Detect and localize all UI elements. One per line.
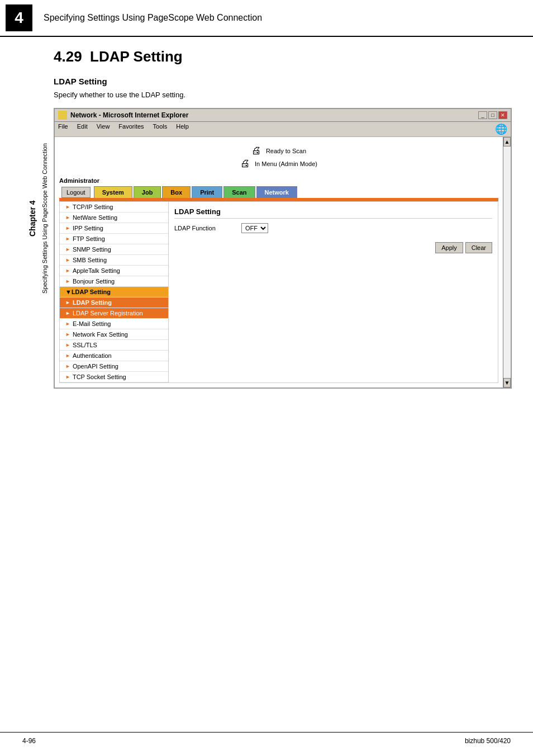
tab-network[interactable]: Network [256, 186, 297, 198]
arrow-icon: ► [65, 353, 70, 358]
arrow-icon: ► [65, 321, 70, 327]
arrow-icon: ► [65, 204, 70, 210]
arrow-icon: ► [65, 374, 70, 380]
sidebar-item-auth[interactable]: ► Authentication [60, 351, 168, 361]
printer-icon-2: 🖨 [240, 158, 250, 169]
arrow-icon: ► [65, 310, 70, 316]
ldap-function-control: OFF ON [241, 223, 268, 233]
arrow-icon: ► [65, 225, 70, 231]
browser-body: 🖨 Ready to Scan 🖨 In Menu (Admin Mode) A… [55, 137, 503, 388]
scrollbar[interactable]: ▲ ▼ [503, 137, 511, 388]
arrow-icon: ► [65, 257, 70, 263]
maximize-button[interactable]: □ [488, 111, 497, 119]
chapter-box: 4 [6, 4, 32, 31]
arrow-icon: ► [65, 215, 70, 220]
button-row: Apply Clear [174, 242, 492, 253]
arrow-icon: ► [65, 236, 70, 242]
menu-tools[interactable]: Tools [153, 123, 168, 135]
scroll-track [503, 147, 511, 378]
sidebar-item-tcpip[interactable]: ► TCP/IP Setting [60, 202, 168, 212]
printer-icon-1: 🖨 [251, 145, 261, 157]
browser-menubar: File Edit View Favorites Tools Help 🌐 [55, 122, 511, 137]
sidebar-item-tcpsocket[interactable]: ► TCP Socket Setting [60, 372, 168, 382]
arrow-icon: ► [65, 268, 70, 273]
sidebar-item-bonjour[interactable]: ► Bonjour Setting [60, 276, 168, 287]
tab-scan[interactable]: Scan [223, 186, 255, 198]
content-section-title: LDAP Setting [174, 207, 492, 219]
browser-title: Network - Microsoft Internet Explorer [70, 111, 188, 119]
ie-logo-icon: 🌐 [495, 124, 507, 135]
status-line1: Ready to Scan [266, 148, 306, 154]
arrow-icon: ► [65, 332, 70, 337]
logout-button[interactable]: Logout [61, 187, 91, 198]
subsection-title: LDAP Setting [54, 77, 522, 86]
ldap-function-select[interactable]: OFF ON [241, 223, 268, 233]
panel-layout: ► TCP/IP Setting ► NetWare Setting ► IPP… [59, 201, 498, 383]
arrow-icon: ► [65, 300, 70, 305]
sidebar-item-ldap-parent[interactable]: ▼LDAP Setting [60, 287, 168, 297]
menu-edit[interactable]: Edit [77, 123, 88, 135]
apply-button[interactable]: Apply [435, 242, 463, 253]
page-header: 4 Specifying Settings Using PageScope We… [0, 0, 533, 37]
arrow-icon: ► [65, 342, 70, 348]
status-line2: In Menu (Admin Mode) [255, 160, 317, 167]
footer-product-name: bizhub 500/420 [465, 737, 511, 745]
window-controls: _ □ ✕ [478, 111, 507, 119]
scroll-down-button[interactable]: ▼ [503, 378, 511, 388]
tab-job[interactable]: Job [134, 186, 161, 198]
arrow-icon: ► [65, 363, 70, 369]
sidebar-item-email[interactable]: ► E-Mail Setting [60, 319, 168, 329]
nav-tabs: Logout System Job Box Print Scan Network [59, 186, 498, 198]
section-title: 4.29 LDAP Setting [54, 48, 522, 65]
chapter-number: 4 [15, 9, 23, 27]
sidebar-item-fax[interactable]: ► Network Fax Setting [60, 329, 168, 340]
sidebar-item-ftp[interactable]: ► FTP Setting [60, 234, 168, 244]
browser-titlebar: Network - Microsoft Internet Explorer _ … [55, 109, 511, 122]
footer-page-number: 4-96 [22, 737, 36, 745]
chapter-side-label: Chapter 4 [28, 200, 37, 237]
description-text: Specify whether to use the LDAP setting. [54, 91, 522, 99]
menu-file[interactable]: File [58, 123, 68, 135]
admin-label: Administrator [59, 177, 498, 184]
arrow-icon: ► [65, 278, 70, 284]
minimize-button[interactable]: _ [478, 111, 487, 119]
sidebar-item-snmp[interactable]: ► SNMP Setting [60, 244, 168, 255]
sidebar-item-netware[interactable]: ► NetWare Setting [60, 212, 168, 223]
printer-status: 🖨 Ready to Scan 🖨 In Menu (Admin Mode) [59, 141, 498, 174]
sidebar: ► TCP/IP Setting ► NetWare Setting ► IPP… [60, 202, 169, 382]
menu-view[interactable]: View [97, 123, 110, 135]
sidebar-item-ipp[interactable]: ► IPP Setting [60, 223, 168, 234]
tab-system[interactable]: System [94, 186, 132, 198]
ldap-function-row: LDAP Function OFF ON [174, 223, 492, 233]
ldap-function-label: LDAP Function [174, 225, 241, 231]
menu-favorites[interactable]: Favorites [118, 123, 144, 135]
menu-help[interactable]: Help [176, 123, 189, 135]
scroll-up-button[interactable]: ▲ [503, 137, 511, 147]
browser-window: Network - Microsoft Internet Explorer _ … [54, 108, 512, 389]
page-footer: 4-96 bizhub 500/420 [0, 732, 533, 745]
sidebar-item-ldap-server[interactable]: ► LDAP Server Registration [60, 308, 168, 319]
clear-button[interactable]: Clear [465, 242, 492, 253]
sidebar-item-openapi[interactable]: ► OpenAPI Setting [60, 361, 168, 372]
browser-icon [58, 111, 67, 120]
tab-box[interactable]: Box [162, 186, 191, 198]
sidebar-item-ssl[interactable]: ► SSL/TLS [60, 340, 168, 351]
page-title: Specifying Settings Using PageScope Web … [44, 13, 262, 23]
arrow-icon: ► [65, 247, 70, 252]
close-button[interactable]: ✕ [498, 111, 507, 119]
side-label: Specifying Settings Using PageScope Web … [41, 143, 48, 294]
sidebar-item-appletalk[interactable]: ► AppleTalk Setting [60, 266, 168, 276]
sidebar-item-smb[interactable]: ► SMB Setting [60, 255, 168, 266]
sidebar-item-ldap-setting[interactable]: ► LDAP Setting [60, 297, 168, 308]
tab-print[interactable]: Print [192, 186, 222, 198]
content-area: LDAP Setting LDAP Function OFF ON [169, 202, 498, 382]
